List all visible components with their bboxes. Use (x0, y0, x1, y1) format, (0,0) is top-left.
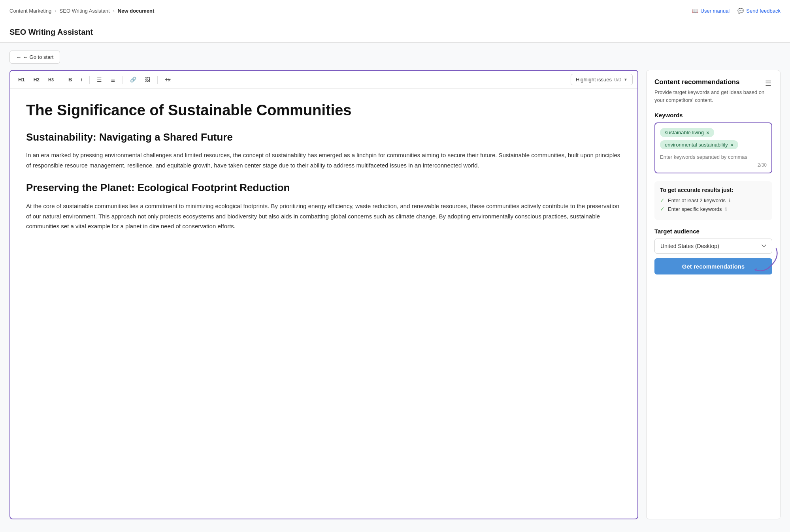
keyword-remove-1[interactable]: × (730, 142, 733, 148)
toolbar-divider-3 (123, 76, 123, 84)
toolbar-divider-4 (157, 76, 158, 84)
editor-layout: H1 H2 H3 B I ☰ ≣ 🔗 (9, 70, 781, 519)
link-icon: 🔗 (130, 77, 136, 83)
get-recommendations-button[interactable]: Get recommendations (654, 258, 772, 274)
info-icon-1[interactable]: ℹ (725, 207, 727, 212)
keyword-tag-0: sustainable living × (660, 128, 714, 137)
sidebar-header: Content recommendations ☰ (654, 78, 772, 88)
sidebar-title: Content recommendations (654, 78, 739, 86)
breadcrumb-seo-writing[interactable]: SEO Writing Assistant (60, 8, 110, 14)
keyword-remove-0[interactable]: × (706, 130, 709, 135)
keyword-tag-text-0: sustainable living (665, 130, 704, 135)
check-icon-0: ✓ (660, 197, 665, 203)
keyword-tags: sustainable living × environmental susta… (660, 128, 767, 149)
target-audience-select[interactable]: United States (Desktop) United Kingdom (… (654, 239, 772, 254)
toolbar-divider-1 (61, 76, 61, 84)
main-content: ← ← Go to start H1 H2 H3 B I ☰ (0, 43, 790, 527)
sidebar-panel: Content recommendations ☰ Provide target… (646, 70, 781, 519)
sidebar-subtitle: Provide target keywords and get ideas ba… (654, 88, 772, 104)
top-nav: Content Marketing › SEO Writing Assistan… (0, 0, 790, 22)
ordered-list-icon: ☰ (97, 77, 102, 83)
breadcrumb: Content Marketing › SEO Writing Assistan… (9, 8, 154, 14)
breadcrumb-new-document: New document (118, 8, 154, 14)
section1-heading: Sustainability: Navigating a Shared Futu… (26, 131, 622, 144)
toolbar-left: H1 H2 H3 B I ☰ ≣ 🔗 (15, 75, 174, 85)
target-audience-label: Target audience (654, 228, 772, 235)
user-manual-link[interactable]: 📖 User manual (692, 8, 730, 14)
book-icon: 📖 (692, 8, 698, 14)
clear-format-icon: Tx (165, 77, 170, 83)
sidebar-menu-icon[interactable]: ☰ (764, 78, 772, 88)
highlight-issues-button[interactable]: Highlight issues 0/0 ▼ (571, 74, 633, 85)
breadcrumb-sep-2: › (113, 8, 115, 14)
editor-toolbar: H1 H2 H3 B I ☰ ≣ 🔗 (10, 71, 637, 89)
link-button[interactable]: 🔗 (127, 75, 140, 84)
keywords-input[interactable] (660, 154, 767, 160)
feedback-icon: 💬 (737, 8, 744, 14)
h1-button[interactable]: H1 (15, 75, 28, 84)
highlight-chevron-icon: ▼ (624, 77, 628, 82)
accurate-text-1: Enter specific keywords (668, 206, 722, 212)
accurate-item-0: ✓ Enter at least 2 keywords ℹ (660, 197, 767, 203)
get-recommendations-wrapper: Get recommendations (654, 258, 772, 274)
keywords-counter: 2/30 (660, 162, 767, 168)
italic-button[interactable]: I (77, 75, 85, 84)
unordered-list-icon: ≣ (111, 77, 115, 83)
section2-body: At the core of sustainable communities l… (26, 201, 622, 231)
article-title: The Significance of Sustainable Communit… (26, 102, 622, 120)
h3-button[interactable]: H3 (45, 76, 57, 84)
page-header: SEO Writing Assistant (0, 22, 790, 43)
sidebar-title-block: Content recommendations (654, 78, 739, 88)
keywords-section: Keywords sustainable living × environmen… (654, 112, 772, 173)
keywords-box[interactable]: sustainable living × environmental susta… (654, 122, 772, 173)
send-feedback-link[interactable]: 💬 Send feedback (737, 8, 781, 14)
accurate-text-0: Enter at least 2 keywords (668, 197, 726, 203)
h2-button[interactable]: H2 (30, 75, 43, 84)
go-to-start-button[interactable]: ← ← Go to start (9, 51, 60, 64)
accurate-title: To get accurate results just: (660, 187, 767, 193)
section1-body: In an era marked by pressing environment… (26, 150, 622, 170)
arrow-left-icon: ← (16, 54, 21, 60)
clear-format-button[interactable]: Tx (162, 75, 173, 84)
section2-heading: Preserving the Planet: Ecological Footpr… (26, 181, 622, 195)
page-title: SEO Writing Assistant (9, 28, 781, 37)
editor-body[interactable]: The Significance of Sustainable Communit… (10, 89, 637, 519)
toolbar-divider-2 (89, 76, 90, 84)
image-button[interactable]: 🖼 (142, 75, 153, 84)
breadcrumb-sep-1: › (55, 8, 56, 14)
accurate-item-1: ✓ Enter specific keywords ℹ (660, 206, 767, 212)
unordered-list-button[interactable]: ≣ (107, 75, 119, 85)
nav-actions: 📖 User manual 💬 Send feedback (692, 8, 781, 14)
breadcrumb-content-marketing[interactable]: Content Marketing (9, 8, 51, 14)
toolbar-right: Highlight issues 0/0 ▼ (571, 74, 633, 85)
keywords-label: Keywords (654, 112, 772, 118)
check-icon-1: ✓ (660, 206, 665, 212)
bold-button[interactable]: B (65, 75, 75, 84)
info-icon-0[interactable]: ℹ (729, 198, 730, 203)
keyword-tag-1: environmental sustainability × (660, 140, 738, 149)
ordered-list-button[interactable]: ☰ (94, 75, 105, 85)
image-icon: 🖼 (145, 77, 150, 83)
editor-panel: H1 H2 H3 B I ☰ ≣ 🔗 (9, 70, 638, 519)
sidebar-header-section: Content recommendations ☰ Provide target… (654, 78, 772, 104)
keyword-tag-text-1: environmental sustainability (665, 142, 728, 148)
accurate-results-section: To get accurate results just: ✓ Enter at… (654, 181, 772, 220)
target-audience-section: Target audience United States (Desktop) … (654, 228, 772, 254)
